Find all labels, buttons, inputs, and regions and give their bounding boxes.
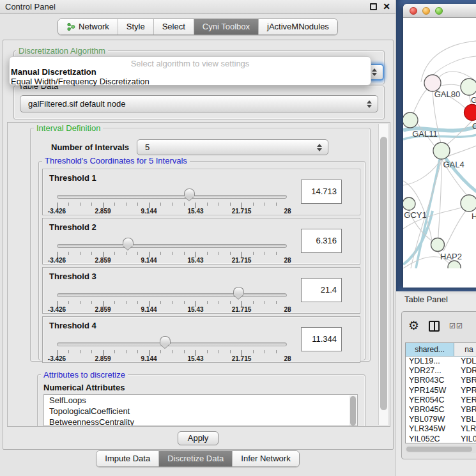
node-table: shared... na YDL19... YDL1 YDR27... YDR2… [405,342,476,443]
label-gcy1: GCY1 [404,210,426,220]
table-horizontal-scrollbar[interactable] [405,445,476,453]
slider-thumb[interactable] [123,238,134,245]
column-header-name[interactable]: na [454,343,476,356]
table-data-value: galFiltered.sif default node [28,99,125,109]
node-bottom-partial[interactable] [448,261,461,268]
table-row[interactable]: YER054C YER0 [406,395,476,405]
slider-thumb[interactable] [233,287,244,295]
cell-name: YIL0 [454,434,476,444]
mac-close-button-icon[interactable] [410,7,417,15]
tab-jactivemnodules-label: jActiveMNodules [267,22,329,31]
tick-label: 28 [284,257,291,264]
cell-shared-name: YBR045C [406,405,454,415]
label-gal11: GAL11 [412,129,438,139]
scrollbar-thumb[interactable] [380,137,387,410]
table-row[interactable]: YDL19... YDL1 [406,357,476,366]
node-hap2[interactable] [431,238,445,252]
threshold-panel: Threshold 2 -3.426 2.859 9.144 15.43 21.… [42,218,360,265]
table-row[interactable]: YBR045C YBR0 [406,405,476,415]
threshold-value-field[interactable]: 11.344 [301,327,342,351]
scrollbar-thumb[interactable] [406,447,472,452]
tab-impute-data[interactable]: Impute Data [96,451,159,466]
list-item[interactable]: TopologicalCoefficient [44,406,357,417]
attributes-group-label: Attributes to discretize [41,370,128,380]
dropdown-option-manual[interactable]: Manual Discretization [11,67,96,77]
table-row[interactable]: YDR27... YDR2 [406,366,476,376]
tab-cyni-toolbox[interactable]: Cyni Toolbox [194,19,259,35]
threshold-value-field[interactable]: 6.316 [301,229,342,253]
node-top-right[interactable] [461,79,476,95]
table-row[interactable]: YBL079W YBL0 [406,415,476,424]
network-canvas[interactable]: GAL80 GA C GAL11 GAL4 GCY1 H HAP2 [403,18,476,268]
tab-jactivemnodules[interactable]: jActiveMNodules [259,19,337,35]
float-window-icon[interactable] [370,3,377,10]
threshold-value-field[interactable]: 14.713 [301,180,342,204]
node-gal11[interactable] [403,112,418,128]
algorithm-dropdown-popup: Select algorithm to view settings Manual… [9,56,371,86]
node-gal4[interactable] [433,142,450,159]
threshold-slider[interactable] [57,244,287,248]
columns-icon[interactable] [429,321,440,332]
number-of-intervals-label: Number of Intervals [51,142,129,152]
mac-zoom-button-icon[interactable] [435,7,443,15]
top-tabbar: Network Style Select Cyni Toolbox jActiv… [0,19,395,35]
network-icon [66,22,75,31]
tab-infer-network[interactable]: Infer Network [233,451,298,466]
threshold-slider[interactable] [57,195,287,199]
table-body: YDL19... YDL1 YDR27... YDR2 YBR043C YBR0… [406,357,476,443]
table-data-combobox[interactable]: galFiltered.sif default node [20,95,378,112]
cell-shared-name: YDR27... [406,366,454,376]
threshold-label: Threshold 2 [49,222,96,232]
column-header-shared-name[interactable]: shared... [406,343,454,356]
dropdown-option-equal-width[interactable]: Equal Width/Frequency Discretization [11,77,150,86]
control-panel-titlebar: Control Panel ✕ [0,0,395,14]
tab-style[interactable]: Style [118,19,154,35]
interval-definition-label: Interval Definition [34,123,103,133]
list-item[interactable]: SelfLoops [44,395,357,406]
threshold-panel: Threshold 3 -3.426 2.859 9.144 15.43 21.… [42,267,360,314]
threshold-value-field[interactable]: 21.4 [301,278,342,302]
tick-label: 15.43 [187,355,203,362]
panel-title: Control Panel [5,2,56,12]
table-row[interactable]: YBR043C YBR0 [406,376,476,385]
cell-name: YBR0 [454,405,476,415]
tick-label: -3.426 [48,355,66,362]
node-right-mid[interactable] [461,195,476,211]
threshold-panel: Threshold 1 -3.426 2.859 9.144 15.43 21.… [42,169,360,215]
list-scrollbar[interactable] [349,395,357,426]
network-view-window[interactable]: GAL80 GA C GAL11 GAL4 GCY1 H HAP2 [403,4,476,288]
node-selected-red[interactable] [464,105,476,121]
threshold-slider[interactable] [57,342,287,346]
table-row[interactable]: YPR145W YPR1 [406,386,476,395]
panel-scrollbar[interactable] [378,124,388,425]
close-icon[interactable]: ✕ [383,3,390,10]
select-columns-checkboxes-icon[interactable]: ☑☑ [449,322,463,330]
tab-infer-network-label: Infer Network [241,454,290,463]
thresholds-group-label: Threshold's Coordinates for 5 Intervals [42,156,190,165]
tab-discretize-data[interactable]: Discretize Data [159,451,233,466]
threshold-panel: Threshold 4 -3.426 2.859 9.144 15.43 21.… [42,316,360,363]
cytoscape-desktop-background: GAL80 GA C GAL11 GAL4 GCY1 H HAP2 [396,0,476,291]
slider-thumb[interactable] [184,188,195,196]
apply-row: Apply [3,427,393,449]
table-row[interactable]: YLR345W YLR3 [406,424,476,434]
number-of-intervals-combobox[interactable]: 5 [137,139,328,155]
label-gal80: GAL80 [434,89,460,99]
threshold-label: Threshold 3 [49,272,96,281]
table-row[interactable]: YIL052C YIL0 [406,434,476,444]
tab-network[interactable]: Network [58,19,118,35]
tab-select[interactable]: Select [154,19,194,35]
tab-style-label: Style [127,22,145,31]
slider-thumb[interactable] [160,336,171,344]
apply-button[interactable]: Apply [178,431,219,445]
label-partial-c: C [472,121,476,131]
gear-icon[interactable]: ⚙ [408,319,419,332]
tick-label: 21.715 [232,208,252,215]
node-gcy1[interactable] [403,197,415,210]
threshold-label: Threshold 4 [49,321,96,330]
network-window-titlebar [403,4,476,18]
mac-minimize-button-icon[interactable] [422,7,430,15]
threshold-slider[interactable] [57,293,287,297]
cell-shared-name: YPR145W [406,386,454,395]
list-item[interactable]: BetweennessCentrality [44,417,357,426]
